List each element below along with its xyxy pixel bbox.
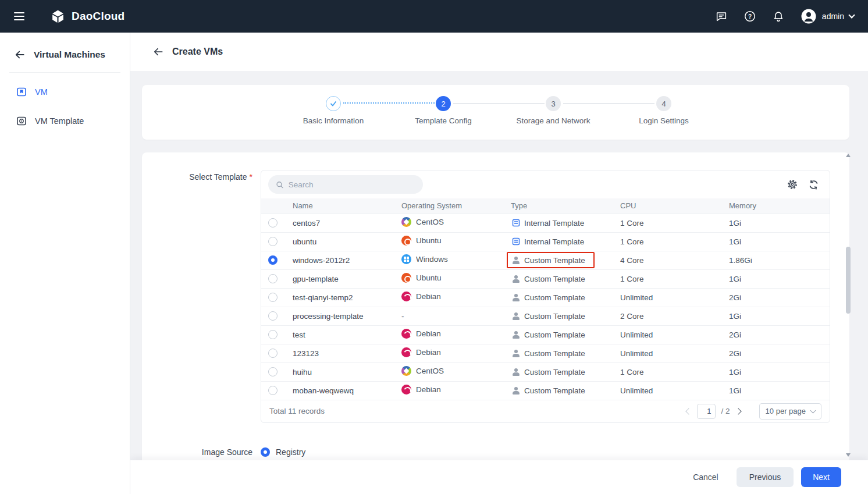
step-login-settings[interactable]: 4 Login Settings [611,96,716,125]
cpu-value: 1 Core [620,219,644,228]
previous-button[interactable]: Previous [737,467,794,487]
sidebar-item-vm-template[interactable]: VM Template [0,106,130,136]
row-radio[interactable] [268,367,278,376]
cpu-value: 2 Core [620,312,644,321]
scrollbar-track[interactable] [846,159,851,451]
row-radio[interactable] [268,274,278,283]
page-title: Create VMs [172,47,223,57]
menu-icon[interactable] [14,12,24,20]
search-icon [276,180,284,189]
template-selector: Name Operating System Type CPU Memory ce… [261,170,830,423]
chevron-down-icon [848,12,855,18]
row-radio[interactable] [268,218,278,228]
cpu-value: Unlimited [620,330,653,339]
table-row[interactable]: processing-template - Custom Template 2 … [261,307,830,325]
windows-os-icon [401,254,411,264]
select-template-label: Select Template* [142,170,261,423]
required-mark: * [250,172,252,182]
table-row[interactable]: windows-2012r2 Windows Custom Template 4… [261,251,830,269]
cpu-value: Unlimited [620,349,653,358]
table-row[interactable]: 123123 Debian Custom Template Unlimited … [261,344,830,362]
os-name: Ubuntu [416,236,442,245]
bell-icon[interactable] [772,10,785,23]
row-radio[interactable] [268,311,278,321]
row-radio[interactable] [268,255,278,265]
table-row[interactable]: test-qianyi-temp2 Debian Custom Template… [261,288,830,307]
image-source-label: Image Source [142,445,261,458]
page-size-select[interactable]: 10 per page [759,403,821,420]
os-name: Debian [416,348,441,357]
step-template-config[interactable]: 2 Template Config [391,96,496,125]
divider [9,72,120,73]
custom-template-icon [512,294,520,301]
search-box[interactable] [268,175,423,194]
next-page-icon[interactable] [735,408,741,414]
column-operating-system: Operating System [393,198,503,214]
image-source-registry-radio[interactable] [261,447,270,457]
os-name: Ubuntu [416,273,442,282]
scrollbar-thumb[interactable] [846,247,851,314]
template-table: Name Operating System Type CPU Memory ce… [261,198,830,400]
type-label: Custom Template [524,293,585,302]
sidebar-title: Virtual Machines [34,49,105,60]
row-radio[interactable] [268,349,278,358]
type-cell: Internal Template [507,215,593,231]
template-name: test [293,330,305,339]
table-row[interactable]: ubuntu Ubuntu Internal Template 1 Core 1… [261,232,830,251]
type-cell: Custom Template [507,252,595,268]
type-label: Internal Template [524,219,584,228]
row-radio[interactable] [268,293,278,302]
row-radio[interactable] [268,386,278,395]
centos-os-icon [401,217,411,227]
app-window: DaoCloud ? [0,0,868,494]
next-button[interactable]: Next [801,467,841,487]
chat-icon[interactable] [715,10,728,23]
type-cell: Custom Template [507,308,595,324]
page-back-arrow-icon[interactable] [152,46,164,58]
type-label: Internal Template [524,237,584,246]
type-label: Custom Template [524,386,585,395]
custom-template-icon [512,257,520,264]
scroll-down-icon[interactable] [846,453,851,457]
custom-template-icon [512,275,520,283]
search-input[interactable] [289,180,415,189]
help-icon[interactable]: ? [744,10,756,23]
gear-icon[interactable] [787,179,798,190]
table-row[interactable]: huihu CentOS Custom Template 1 Core 1Gi [261,362,830,381]
template-name: processing-template [293,312,364,321]
topbar: DaoCloud ? [0,0,868,33]
step-basic-information[interactable]: Basic Information [281,96,386,125]
template-name: moban-weqwewq [293,386,354,395]
sidebar-item-vm[interactable]: VM [0,77,130,106]
sidebar-item-label: VM [35,87,48,97]
daocloud-logo [50,9,66,24]
type-label: Custom Template [524,256,585,265]
scroll-up-icon[interactable] [846,154,851,157]
ubuntu-os-icon [401,236,411,246]
brand[interactable]: DaoCloud [50,9,124,24]
page-input[interactable] [697,404,716,419]
table-row[interactable]: test Debian Custom Template Unlimited 2G… [261,325,830,344]
table-row[interactable]: moban-weqwewq Debian Custom Template Unl… [261,381,830,400]
cpu-value: Unlimited [620,386,653,395]
debian-os-icon [401,329,411,339]
type-cell: Custom Template [507,345,595,361]
table-row[interactable]: centos7 CentOS Internal Template 1 Core … [261,214,830,232]
type-cell: Custom Template [507,382,595,399]
row-radio[interactable] [268,330,278,339]
step-storage-and-network[interactable]: 3 Storage and Network [501,96,606,125]
memory-value: 1Gi [729,386,741,395]
template-name: huihu [293,368,312,376]
type-label: Custom Template [524,275,585,283]
sidebar-back-arrow-icon[interactable] [14,49,26,61]
prev-page-icon[interactable] [685,408,692,414]
os-name: - [401,312,404,321]
refresh-icon[interactable] [808,179,819,190]
row-radio[interactable] [268,237,278,246]
table-row[interactable]: gpu-template Ubuntu Custom Template 1 Co… [261,269,830,288]
cancel-button[interactable]: Cancel [682,467,729,487]
user-menu[interactable]: admin [801,8,854,24]
template-name: windows-2012r2 [293,256,350,265]
os-name: Debian [416,385,441,394]
cpu-value: 4 Core [620,256,644,265]
